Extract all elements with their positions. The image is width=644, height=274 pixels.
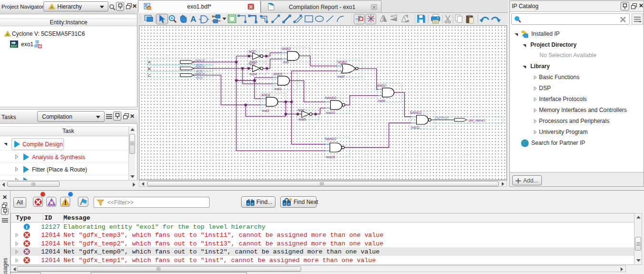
svg-text:inst7: inst7 [338, 75, 345, 78]
svg-text:INPUT: INPUT [195, 66, 206, 69]
svg-text:B: B [148, 67, 150, 71]
svg-text:NAND2: NAND2 [411, 111, 422, 114]
svg-text:NOR2: NOR2 [338, 61, 347, 64]
svg-text:inst5: inst5 [299, 118, 306, 121]
svg-text:NOT: NOT [249, 50, 256, 53]
svg-text:NOT: NOT [249, 62, 256, 66]
svg-text:NAND2: NAND2 [325, 96, 337, 100]
svg-text:A: A [148, 60, 151, 64]
svg-text:i: i [26, 224, 28, 230]
svg-text:inst15: inst15 [326, 155, 335, 159]
svg-text:inst: inst [284, 61, 289, 64]
svg-text:A: A [190, 15, 196, 24]
svg-text:C: C [148, 73, 151, 78]
svg-text:INPUT: INPUT [195, 59, 206, 62]
svg-text:AND2: AND2 [377, 84, 386, 87]
svg-text:VCC: VCC [196, 76, 203, 80]
svg-text:AND2: AND2 [274, 72, 283, 76]
svg-text:pin_name1: pin_name1 [469, 119, 486, 122]
svg-text:BDF: BDF [11, 44, 17, 48]
svg-text:INPUT: INPUT [195, 72, 206, 76]
svg-text:NOT: NOT [298, 109, 306, 112]
svg-text:AND2: AND2 [282, 47, 291, 51]
svg-text:NAND2: NAND2 [325, 137, 337, 141]
svg-text:AND2: AND2 [262, 93, 271, 97]
svg-text:inst4: inst4 [250, 72, 257, 76]
svg-text:inst9: inst9 [378, 99, 385, 102]
svg-text:inst10: inst10 [326, 111, 335, 114]
svg-text:inst11: inst11 [412, 126, 420, 129]
svg-text:OUTPUT: OUTPUT [435, 116, 450, 120]
svg-text:inst2: inst2 [262, 109, 269, 112]
svg-text:inst1: inst1 [274, 87, 282, 91]
